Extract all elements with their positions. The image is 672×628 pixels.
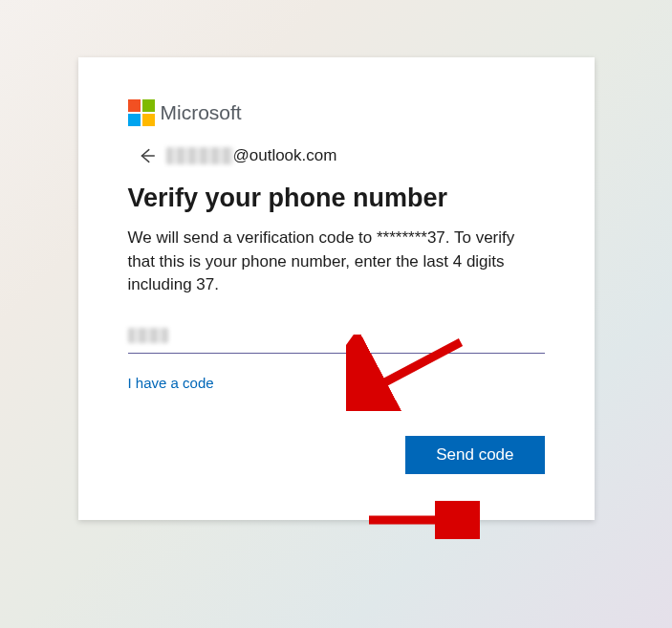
verification-description: We will send a verification code to ****… — [128, 227, 545, 297]
email-suffix: @outlook.com — [233, 146, 337, 165]
phone-digits-input[interactable] — [128, 322, 545, 354]
redacted-input-value — [128, 328, 168, 343]
verification-card: Microsoft @outlook.com Verify your phone… — [78, 57, 595, 520]
account-email: @outlook.com — [166, 146, 337, 165]
have-code-link[interactable]: I have a code — [128, 375, 214, 391]
brand-row: Microsoft — [128, 99, 545, 126]
account-identity-row: @outlook.com — [136, 145, 545, 166]
microsoft-logo-icon — [128, 99, 155, 126]
page-title: Verify your phone number — [128, 184, 545, 213]
annotation-arrow-icon — [365, 501, 480, 539]
send-code-button[interactable]: Send code — [405, 436, 544, 474]
redacted-email-prefix — [166, 147, 233, 164]
brand-name: Microsoft — [161, 101, 242, 124]
back-arrow-icon[interactable] — [136, 145, 157, 166]
